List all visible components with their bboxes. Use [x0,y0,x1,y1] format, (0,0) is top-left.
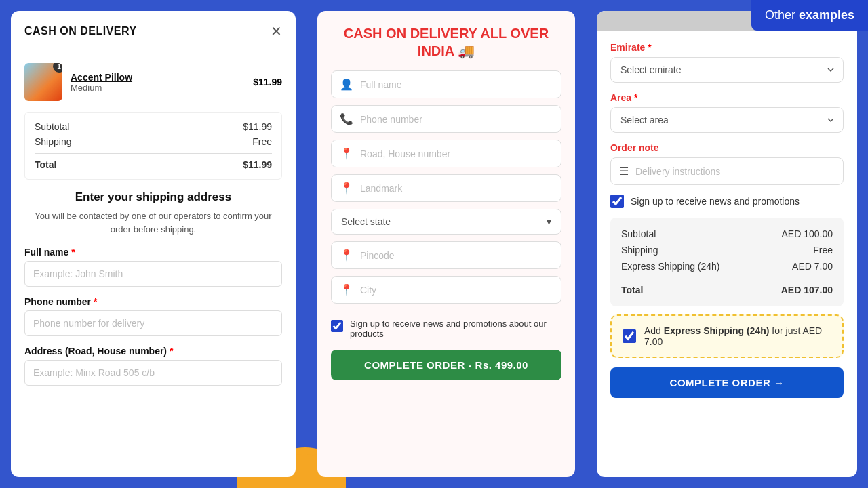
subtotal-label: Subtotal [35,121,69,132]
full-name-input[interactable] [24,261,282,287]
address-input[interactable] [24,360,282,386]
subtotal-row: Subtotal $11.99 [35,119,272,134]
right-subtotal-row: Subtotal AED 100.00 [621,226,833,242]
right-subtotal-label: Subtotal [621,228,656,239]
landmark-placeholder: Landmark [360,183,402,194]
right-panel-inner: Emirate * Select emirate Dubai Abu Dhabi… [597,31,857,409]
chevron-down-icon: ▾ [547,216,551,227]
right-total-label: Total [621,285,643,296]
location-icon-pincode: 📍 [340,249,353,262]
cart-item-info: Accent Pillow Medium [71,72,245,93]
left-panel: CASH ON DELIVERY ✕ 1 Accent Pillow Mediu… [11,11,296,477]
location-icon-city: 📍 [340,283,353,296]
signup-checkbox[interactable] [331,320,343,332]
cart-item: 1 Accent Pillow Medium $11.99 [24,63,282,101]
address-label: Address (Road, House number) * [24,346,282,357]
middle-title: CASH ON DELIVERY ALL OVER INDIA 🚚 [331,24,561,60]
emirate-select[interactable]: Select emirate Dubai Abu Dhabi Sharjah [610,57,844,83]
divider [24,52,282,52]
other-examples-prefix: Other [765,8,799,22]
select-state-row[interactable]: Select state ▾ [331,209,561,235]
right-express-label: Express Shipping (24h) [621,261,720,272]
location-icon-landmark: 📍 [340,182,353,195]
express-checkbox[interactable] [623,329,636,343]
emirate-required: * [648,42,651,53]
area-select[interactable]: Select area Downtown [610,107,844,133]
order-summary: Subtotal $11.99 Shipping Free Total $11.… [24,112,282,180]
express-shipping-banner: Add Express Shipping (24h) for just AED … [610,314,844,358]
phone-group: Phone number * [24,296,282,336]
required-star: * [71,247,75,258]
express-banner-text: Add Express Shipping (24h) for just AED … [644,325,831,347]
middle-panel: CASH ON DELIVERY ALL OVER INDIA 🚚 👤 Full… [317,11,575,477]
address-subtext: You will be contacted by one of our oper… [24,209,282,236]
right-subtotal-value: AED 100.00 [782,228,833,239]
cart-item-name: Accent Pillow [71,72,245,83]
total-row: Total $11.99 [35,153,272,172]
signup-label: Sign up to receive news and promotions a… [350,319,561,339]
other-examples-banner: Other examples [751,0,868,30]
phone-placeholder: Phone number [360,114,422,125]
full-name-group: Full name * [24,247,282,287]
cart-item-variant: Medium [71,83,245,93]
left-panel-title: CASH ON DELIVERY [24,25,137,37]
city-row[interactable]: 📍 City [331,276,561,304]
cart-item-image: 1 [24,63,62,101]
right-express-row: Express Shipping (24h) AED 7.00 [621,258,833,274]
cart-badge: 1 [53,63,62,73]
total-label: Total [35,159,56,170]
signup-checkbox-row: Sign up to receive news and promotions a… [331,319,561,339]
shipping-row: Shipping Free [35,134,272,149]
right-panel: Emirate * Select emirate Dubai Abu Dhabi… [597,11,857,477]
pincode-row[interactable]: 📍 Pincode [331,241,561,269]
area-label: Area * [610,92,844,103]
phone-input[interactable] [24,310,282,336]
emirate-label: Emirate * [610,42,844,53]
road-placeholder: Road, House number [360,148,450,159]
right-signup-text: Sign up to receive news and promotions [631,196,800,207]
road-row[interactable]: 📍 Road, House number [331,140,561,167]
right-express-value: AED 7.00 [792,261,833,272]
pincode-placeholder: Pincode [360,250,395,261]
city-placeholder: City [360,285,376,296]
subtotal-value: $11.99 [243,121,272,132]
person-icon: 👤 [340,78,353,91]
full-name-placeholder: Full name [360,79,401,90]
other-examples-bold: examples [799,8,854,22]
delivery-placeholder: Delivery instructions [635,166,720,177]
right-signup-row: Sign up to receive news and promotions [610,195,844,208]
right-total-value: AED 107.00 [781,285,833,296]
right-summary-box: Subtotal AED 100.00 Shipping Free Expres… [610,218,844,306]
select-state-label: Select state [341,216,547,227]
location-icon-road: 📍 [340,147,353,160]
close-button[interactable]: ✕ [271,24,282,38]
right-signup-checkbox[interactable] [610,195,624,208]
shipping-label: Shipping [35,136,72,147]
order-note-label: Order note [610,142,844,153]
full-name-label: Full name * [24,247,282,258]
phone-row[interactable]: 📞 Phone number [331,105,561,133]
right-total-row: Total AED 107.00 [621,279,833,298]
total-value: $11.99 [243,159,272,170]
complete-order-blue-button[interactable]: COMPLETE ORDER → [610,367,844,398]
lines-icon: ☰ [619,165,629,178]
delivery-input-row[interactable]: ☰ Delivery instructions [610,157,844,185]
left-panel-header: CASH ON DELIVERY ✕ [24,24,282,38]
required-star-address: * [170,346,173,357]
landmark-row[interactable]: 📍 Landmark [331,174,561,202]
address-group: Address (Road, House number) * [24,346,282,386]
required-star-phone: * [94,296,97,307]
phone-label: Phone number * [24,296,282,307]
complete-order-button[interactable]: COMPLETE ORDER - Rs. 499.00 [331,350,561,380]
express-bold: Express Shipping (24h) [664,325,770,336]
right-shipping-value: Free [813,245,833,256]
right-shipping-row: Shipping Free [621,242,833,258]
shipping-value: Free [252,136,272,147]
phone-icon: 📞 [340,113,353,125]
full-name-row[interactable]: 👤 Full name [331,70,561,98]
address-heading: Enter your shipping address [24,190,282,204]
right-shipping-label: Shipping [621,245,658,256]
area-required: * [634,92,637,103]
cart-item-price: $11.99 [253,77,282,87]
